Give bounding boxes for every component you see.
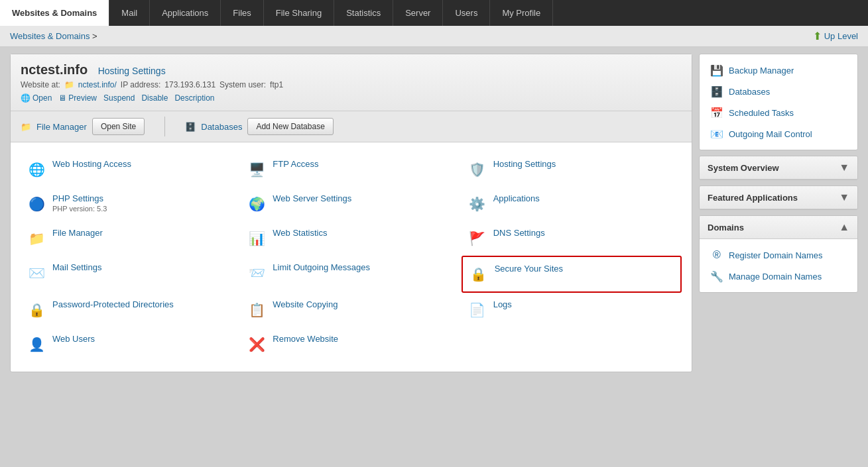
grid-item-link[interactable]: Web Server Settings xyxy=(273,193,351,203)
databases-icon: 🗄️ xyxy=(185,122,196,132)
breadcrumb-link[interactable]: Websites & Domains xyxy=(10,31,90,41)
grid-item-link[interactable]: Logs xyxy=(493,299,512,309)
grid-item-web-server-settings[interactable]: 🌍Web Server Settings xyxy=(241,187,461,221)
grid-item-link[interactable]: Remove Website xyxy=(273,334,338,344)
sidebar-item-icon: ® xyxy=(710,248,723,262)
grid-item-php-settings[interactable]: 🔵PHP SettingsPHP version: 5.3 xyxy=(21,187,241,221)
up-arrow-icon: ⬆ xyxy=(813,30,822,42)
sidebar-section-collapse-icon[interactable]: ▼ xyxy=(839,191,849,203)
sidebar-section-domains: Domains▲®Register Domain Names🔧Manage Do… xyxy=(699,215,858,293)
tab-server[interactable]: Server xyxy=(393,0,443,26)
grid-item-icon: 👤 xyxy=(26,334,47,355)
sidebar-section-content: ®Register Domain Names🔧Manage Domain Nam… xyxy=(700,239,857,292)
tab-users[interactable]: Users xyxy=(443,0,490,26)
grid-item-link[interactable]: DNS Settings xyxy=(493,228,545,238)
databases-link[interactable]: Databases xyxy=(201,122,242,132)
grid-item-link[interactable]: File Manager xyxy=(52,228,103,238)
tab-mail[interactable]: Mail xyxy=(109,0,150,26)
sidebar-section-system-overview: System Overview▼ xyxy=(699,156,858,180)
grid-item-text: Web Hosting Access xyxy=(52,159,131,169)
sidebar-section-title: Featured Applications xyxy=(708,193,798,203)
grid-item-text: Web Statistics xyxy=(273,228,327,238)
grid-item-icon: 📄 xyxy=(467,299,488,321)
grid-item-text: FTP Access xyxy=(273,159,318,169)
grid-item-link[interactable]: Web Hosting Access xyxy=(52,159,131,169)
sidebar-section-header[interactable]: Featured Applications▼ xyxy=(700,186,857,209)
grid-item-text: Remove Website xyxy=(273,334,338,344)
grid-item-hosting-settings[interactable]: 🛡️Hosting Settings xyxy=(462,152,682,187)
domain-action-open[interactable]: 🌐Open xyxy=(21,93,52,103)
add-new-database-button[interactable]: Add New Database xyxy=(247,118,333,135)
grid-item-logs[interactable]: 📄Logs xyxy=(462,293,682,327)
file-manager-group: 📁 File Manager Open Site xyxy=(21,118,145,135)
grid-item-link[interactable]: Website Copying xyxy=(273,299,338,309)
grid-item-remove-website[interactable]: ❌Remove Website xyxy=(241,327,461,362)
grid-item-link[interactable]: Limit Outgoing Messages xyxy=(273,262,370,272)
sidebar-section-title: Domains xyxy=(708,223,744,233)
grid-item-website-copying[interactable]: 📋Website Copying xyxy=(241,293,461,327)
domain-name: nctest.info xyxy=(21,62,88,77)
tab-applications[interactable]: Applications xyxy=(150,0,221,26)
grid-item-text: Secure Your Sites xyxy=(495,264,563,274)
breadcrumb-separator: > xyxy=(92,31,97,41)
grid-item-link[interactable]: FTP Access xyxy=(273,159,318,169)
sidebar-link-icon: 💾 xyxy=(710,64,723,77)
sidebar-section-collapse-icon[interactable]: ▲ xyxy=(839,221,849,233)
sidebar-section-title: System Overview xyxy=(708,163,779,173)
sidebar-link-icon: 📅 xyxy=(710,106,723,119)
domain-action-description[interactable]: Description xyxy=(174,93,214,103)
hosting-settings-link[interactable]: Hosting Settings xyxy=(98,66,166,76)
grid-item-mail-settings[interactable]: ✉️Mail Settings xyxy=(21,256,241,293)
grid-item-password-protected-directories[interactable]: 🔒Password-Protected Directories xyxy=(21,293,241,327)
grid-item-ftp-access[interactable]: 🖥️FTP Access xyxy=(241,152,461,187)
up-level-link[interactable]: ⬆ Up Level xyxy=(813,30,858,42)
grid-item-text: Password-Protected Directories xyxy=(52,299,174,309)
grid-item-link[interactable]: Password-Protected Directories xyxy=(52,299,174,309)
sidebar-section-item-manage-domain-names[interactable]: 🔧Manage Domain Names xyxy=(708,266,849,287)
sidebar-section-header[interactable]: Domains▲ xyxy=(700,216,857,239)
sidebar-link-backup-manager[interactable]: 💾Backup Manager xyxy=(708,60,849,81)
grid-item-icon: 📊 xyxy=(246,228,267,249)
domain-action-disable[interactable]: Disable xyxy=(141,93,168,103)
sidebar: 💾Backup Manager🗄️Databases📅Scheduled Tas… xyxy=(699,54,858,372)
sidebar-section-item-register-domain-names[interactable]: ®Register Domain Names xyxy=(708,244,849,266)
file-manager-link[interactable]: File Manager xyxy=(36,122,87,132)
sidebar-item-icon: 🔧 xyxy=(710,270,723,283)
tab-websites-&-domains[interactable]: Websites & Domains xyxy=(0,0,109,26)
grid-item-secure-your-sites[interactable]: 🔒Secure Your Sites xyxy=(462,256,682,293)
tab-files[interactable]: Files xyxy=(221,0,263,26)
grid-item-file-manager[interactable]: 📁File Manager xyxy=(21,221,241,256)
grid-item-icon: 🛡️ xyxy=(467,159,488,180)
ip-address: 173.193.6.131 xyxy=(164,80,216,89)
sidebar-section-header[interactable]: System Overview▼ xyxy=(700,156,857,180)
main-layout: nctest.info Hosting Settings Website at:… xyxy=(0,47,868,379)
grid-item-link[interactable]: Secure Your Sites xyxy=(495,264,563,274)
open-site-button[interactable]: Open Site xyxy=(92,118,145,135)
tab-statistics[interactable]: Statistics xyxy=(334,0,393,26)
domain-action-preview[interactable]: 🖥Preview xyxy=(58,93,97,103)
domain-action-suspend[interactable]: Suspend xyxy=(103,93,135,103)
grid-item-text: Hosting Settings xyxy=(493,159,556,169)
grid-item-applications[interactable]: ⚙️Applications xyxy=(462,187,682,221)
breadcrumb-bar: Websites & Domains > ⬆ Up Level xyxy=(0,26,868,47)
grid-item-dns-settings[interactable]: 🚩DNS Settings xyxy=(462,221,682,256)
sidebar-link-databases[interactable]: 🗄️Databases xyxy=(708,81,849,102)
tab-my-profile[interactable]: My Profile xyxy=(490,0,553,26)
sidebar-link-scheduled-tasks[interactable]: 📅Scheduled Tasks xyxy=(708,102,849,123)
grid-item-link[interactable]: PHP Settings xyxy=(52,193,103,203)
grid-item-link[interactable]: Hosting Settings xyxy=(493,159,556,169)
grid-item-link[interactable]: Web Statistics xyxy=(273,228,327,238)
tab-file-sharing[interactable]: File Sharing xyxy=(264,0,334,26)
folder-link[interactable]: nctest.info/ xyxy=(78,80,117,89)
grid-item-web-hosting-access[interactable]: 🌐Web Hosting Access xyxy=(21,152,241,187)
grid-item-web-statistics[interactable]: 📊Web Statistics xyxy=(241,221,461,256)
grid-item-link[interactable]: Mail Settings xyxy=(52,262,101,272)
grid-item-limit-outgoing-messages[interactable]: 📨Limit Outgoing Messages xyxy=(241,256,461,293)
grid-item-link[interactable]: Applications xyxy=(493,193,540,203)
sidebar-section-collapse-icon[interactable]: ▼ xyxy=(839,162,849,174)
grid-item-icon: 📨 xyxy=(246,262,267,284)
grid-item-web-users[interactable]: 👤Web Users xyxy=(21,327,241,362)
grid-item-icon: 🌍 xyxy=(246,193,267,215)
sidebar-link-outgoing-mail-control[interactable]: 📧Outgoing Mail Control xyxy=(708,123,849,144)
grid-item-link[interactable]: Web Users xyxy=(52,334,95,344)
